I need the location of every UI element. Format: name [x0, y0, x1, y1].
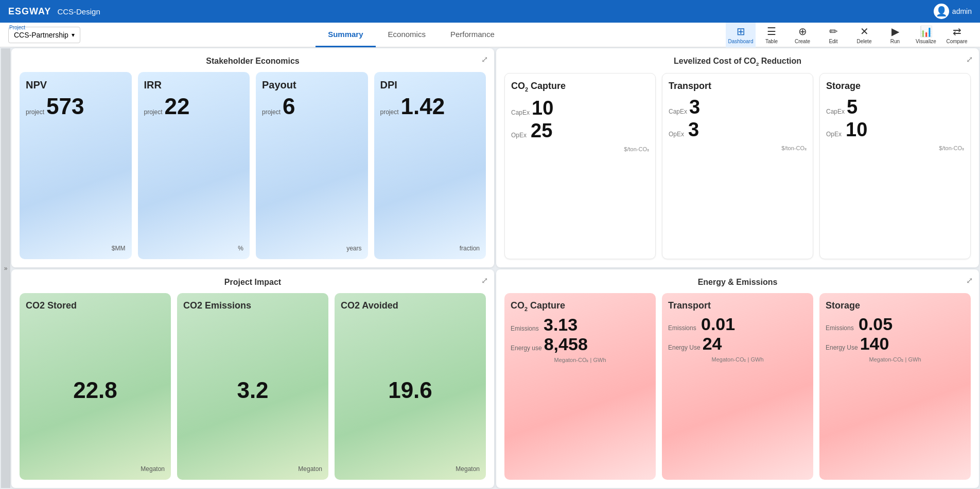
capture-energy-value: 8,458 — [544, 335, 588, 353]
storage-energy-row: Energy Use 140 — [826, 335, 965, 352]
toolbar-run-label: Run — [890, 39, 900, 44]
toolbar-create-label: Create — [795, 39, 810, 44]
panel-impact-title: Project Impact — [224, 278, 281, 287]
capture-emissions-card: CO2 Capture Emissions 3.13 Energy use 8,… — [504, 293, 656, 480]
payout-card-title: Payout — [262, 79, 362, 91]
toolbar-visualize-button[interactable]: 📊 Visualize — [911, 23, 941, 47]
panel-stakeholder-expand-icon[interactable]: ⤢ — [481, 55, 488, 64]
user-label: admin — [952, 7, 972, 15]
irr-card-prefix: project — [144, 108, 163, 116]
storage-emissions-title: Storage — [826, 300, 965, 311]
panel-levelized-expand-icon[interactable]: ⤢ — [966, 55, 973, 64]
panel-energy-title: Energy & Emissions — [698, 278, 778, 287]
toolbar-delete-label: Delete — [857, 39, 872, 44]
tab-performance[interactable]: Performance — [438, 23, 507, 47]
project-label-text: Project — [9, 25, 25, 30]
storage-cost-footer: $/ton-CO₂ — [826, 145, 964, 152]
toolbar-dashboard-button[interactable]: ⊞ Dashboard — [726, 23, 756, 47]
subbar: Project CCS-Partnership ▾ Summary Econom… — [0, 23, 980, 47]
npv-card-value: 573 — [46, 95, 84, 118]
capture-emissions-row: Emissions 3.13 — [511, 316, 650, 333]
toolbar-edit-label: Edit — [829, 39, 837, 44]
main-content: » Stakeholder Economics ⤢ NPV project 57… — [0, 47, 980, 489]
topbar: ESGWAY CCS-Design 👤 admin — [0, 0, 980, 23]
storage-emissions-footer: Megaton-CO₂ | GWh — [826, 356, 965, 363]
co2-capture-capex-value: 10 — [532, 98, 553, 118]
transport-emissions-card: Transport Emissions 0.01 Energy Use 24 M… — [662, 293, 813, 480]
toolbar-compare-button[interactable]: ⇄ Compare — [942, 23, 972, 47]
co2-emissions-impact-title: CO2 Emissions — [183, 300, 322, 311]
visualize-icon: 📊 — [920, 25, 933, 38]
transport-opex-label: OpEx — [669, 131, 686, 138]
capture-emissions-footer: Megaton-CO₂ | GWh — [511, 357, 650, 364]
transport-energy-row: Energy Use 24 — [668, 335, 807, 352]
run-icon: ▶ — [891, 25, 899, 38]
toolbar: ⊞ Dashboard ☰ Table ⊕ Create ✏ Edit ✕ De… — [726, 23, 972, 47]
co2-capture-cost-title: CO2 Capture — [511, 81, 649, 93]
storage-emissions-label: Emissions — [826, 324, 856, 332]
transport-energy-label: Energy Use — [668, 344, 701, 351]
irr-card-body: project 22 — [144, 95, 244, 241]
dpi-card-footer: fraction — [380, 245, 480, 252]
panel-energy-emissions: Energy & Emissions ⤢ CO2 Capture Emissio… — [496, 269, 979, 488]
co2-stored-card: CO2 Stored 22.8 Megaton — [20, 293, 171, 480]
toolbar-visualize-label: Visualize — [916, 39, 936, 44]
co2-capture-cost-footer: $/ton-CO₂ — [511, 146, 649, 153]
co2-capture-opex-row: OpEx 25 — [511, 121, 649, 140]
brand-label: ESGWAY — [8, 6, 51, 17]
toolbar-run-button[interactable]: ▶ Run — [880, 23, 910, 47]
payout-card-prefix: project — [262, 108, 281, 116]
toolbar-table-button[interactable]: ☰ Table — [757, 23, 786, 47]
payout-card-value: 6 — [283, 95, 295, 118]
co2-capture-opex-label: OpEx — [511, 132, 529, 139]
npv-card-body: project 573 — [26, 95, 126, 241]
co2-capture-opex-value: 25 — [531, 121, 552, 140]
toolbar-create-button[interactable]: ⊕ Create — [787, 23, 817, 47]
stakeholder-cards-row: NPV project 573 $MM IRR project 22 % — [20, 72, 486, 259]
tab-summary[interactable]: Summary — [316, 23, 375, 47]
storage-opex-value: 10 — [846, 120, 867, 139]
dpi-card-prefix: project — [380, 108, 399, 116]
energy-cards-row: CO2 Capture Emissions 3.13 Energy use 8,… — [504, 293, 971, 480]
irr-card: IRR project 22 % — [138, 72, 250, 259]
co2-stored-value: 22.8 — [26, 315, 165, 466]
co2-stored-footer: Megaton — [26, 465, 165, 473]
transport-cost-card: Transport CapEx 3 OpEx 3 $/ton-CO₂ — [662, 73, 813, 259]
dpi-card-title: DPI — [380, 79, 480, 91]
storage-capex-label: CapEx — [826, 108, 845, 115]
transport-capex-value: 3 — [689, 97, 700, 117]
toolbar-dashboard-label: Dashboard — [728, 39, 754, 44]
co2-emissions-impact-value: 3.2 — [183, 315, 322, 466]
toolbar-delete-button[interactable]: ✕ Delete — [849, 23, 879, 47]
npv-card-footer: $MM — [26, 245, 126, 252]
co2-avoided-footer: Megaton — [341, 465, 480, 473]
compare-icon: ⇄ — [953, 25, 961, 38]
dpi-card: DPI project 1.42 fraction — [374, 72, 486, 259]
transport-capex-row: CapEx 3 — [669, 97, 807, 117]
co2-avoided-card: CO2 Avoided 19.6 Megaton — [335, 293, 486, 480]
nav-tabs: Summary Economics Performance — [97, 23, 726, 47]
storage-cost-card: Storage CapEx 5 OpEx 10 $/ton-CO₂ — [819, 73, 971, 259]
co2-capture-cost-card: CO2 Capture CapEx 10 OpEx 25 $/ton-CO₂ — [504, 73, 656, 259]
dashboard-panels: Stakeholder Economics ⤢ NPV project 573 … — [11, 48, 979, 488]
toolbar-compare-label: Compare — [946, 39, 967, 44]
impact-cards-row: CO2 Stored 22.8 Megaton CO2 Emissions 3.… — [20, 293, 486, 480]
panel-energy-expand-icon[interactable]: ⤢ — [966, 276, 973, 285]
storage-emissions-value: 0.05 — [859, 315, 892, 333]
toolbar-edit-button[interactable]: ✏ Edit — [818, 23, 848, 47]
panel-stakeholder-economics: Stakeholder Economics ⤢ NPV project 573 … — [11, 48, 494, 267]
transport-emissions-label: Emissions — [668, 324, 699, 332]
panel-levelized-cost: Levelized Cost of CO2 Reduction ⤢ CO2 Ca… — [496, 48, 979, 267]
dpi-card-body: project 1.42 — [380, 95, 480, 241]
transport-energy-value: 24 — [703, 335, 722, 352]
storage-capex-value: 5 — [847, 97, 857, 117]
edit-icon: ✏ — [829, 25, 838, 38]
collapse-sidebar-button[interactable]: » — [1, 48, 10, 488]
payout-card-body: project 6 — [262, 95, 362, 241]
storage-energy-label: Energy Use — [826, 344, 858, 351]
transport-cost-footer: $/ton-CO₂ — [669, 145, 807, 152]
panel-impact-expand-icon[interactable]: ⤢ — [481, 276, 488, 285]
co2-capture-capex-label: CapEx — [511, 109, 530, 116]
tab-economics[interactable]: Economics — [376, 23, 438, 47]
transport-emissions-value: 0.01 — [701, 315, 735, 333]
